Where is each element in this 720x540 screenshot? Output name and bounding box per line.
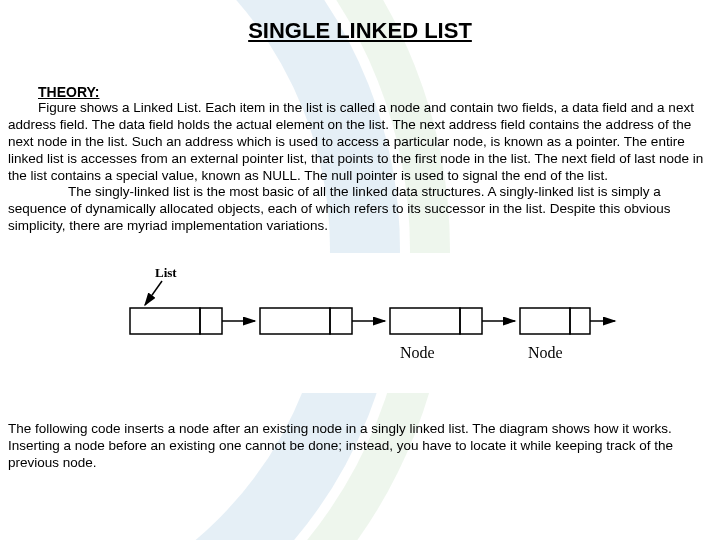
svg-rect-11 (570, 308, 590, 334)
theory-paragraph-2: The singly-linked list is the most basic… (8, 184, 712, 235)
svg-rect-1 (130, 308, 200, 334)
svg-line-0 (145, 281, 162, 305)
theory-heading: THEORY: (38, 84, 712, 100)
page-title: SINGLE LINKED LIST (8, 18, 712, 44)
svg-rect-10 (520, 308, 570, 334)
list-label: List (155, 265, 177, 280)
svg-rect-4 (260, 308, 330, 334)
svg-rect-7 (390, 308, 460, 334)
node-label-2: Node (528, 344, 563, 361)
svg-rect-5 (330, 308, 352, 334)
svg-rect-8 (460, 308, 482, 334)
svg-rect-2 (200, 308, 222, 334)
node-label-1: Node (400, 344, 435, 361)
closing-paragraph: The following code inserts a node after … (8, 421, 712, 472)
linked-list-diagram: List Node Node (90, 253, 630, 393)
theory-paragraph-1: Figure shows a Linked List. Each item in… (8, 100, 712, 184)
